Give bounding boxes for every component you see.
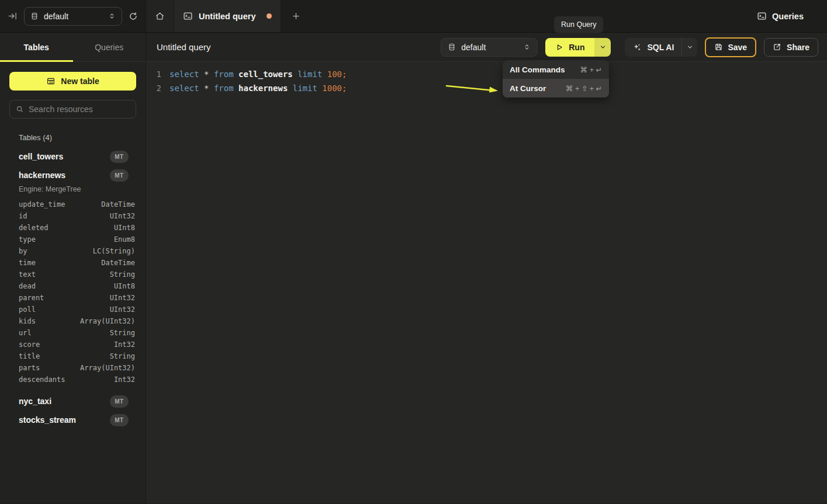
column-row: descendantsInt32 — [9, 374, 136, 385]
tab-strip: Untitled query — [146, 0, 310, 32]
search-box — [9, 100, 136, 119]
line-number: 1 — [146, 69, 161, 79]
menu-item-shortcut: ⌘ + ↵ — [580, 65, 602, 74]
home-icon — [155, 11, 165, 21]
column-type: DateTime — [101, 259, 135, 267]
query-toolbar: Untitled query default Run — [146, 33, 827, 61]
queries-panel-button[interactable]: Queries — [757, 0, 827, 32]
table-name: stocks_stream — [19, 415, 76, 425]
share-label: Share — [787, 43, 809, 52]
share-icon — [773, 43, 781, 51]
column-row: update_timeDateTime — [9, 199, 136, 210]
search-icon — [16, 105, 24, 113]
column-type: Int32 — [114, 376, 135, 384]
table-engine-badge: MT — [110, 151, 129, 163]
table-icon — [46, 77, 56, 86]
line-number: 2 — [146, 84, 161, 93]
menu-item-shortcut: ⌘ + ⇧ + ↵ — [566, 84, 602, 93]
run-button[interactable]: Run — [545, 38, 594, 57]
column-type: Array(UInt32) — [80, 364, 135, 372]
column-type: Int32 — [114, 340, 135, 349]
column-row: timeDateTime — [9, 257, 136, 269]
table-row[interactable]: cell_towersMT — [9, 147, 136, 166]
second-row: Tables Queries Untitled query default Ru… — [0, 33, 827, 62]
code-text: select * from hackernews limit 1000; — [169, 84, 347, 93]
toolbar-database-value: default — [461, 43, 486, 52]
sidebar-tab-queries[interactable]: Queries — [73, 33, 146, 61]
play-icon — [555, 43, 563, 51]
code-line: 1select * from cell_towers limit 100; — [146, 67, 827, 81]
tables-list: cell_towersMThackernewsMTEngine: MergeTr… — [9, 147, 136, 429]
content: New table Tables (4) cell_towersMThacker… — [0, 62, 827, 503]
column-row: partsArray(UInt32) — [9, 362, 136, 374]
menu-item-label: All Commands — [510, 65, 565, 74]
sql-ai-button[interactable]: SQL AI — [625, 38, 682, 57]
column-row: deletedUInt8 — [9, 222, 136, 234]
column-row: byLC(String) — [9, 245, 136, 257]
column-name: kids — [19, 317, 36, 325]
column-row: pollUInt32 — [9, 304, 136, 315]
menu-item-at-cursor[interactable]: At Cursor⌘ + ⇧ + ↵ — [503, 79, 609, 98]
new-table-button[interactable]: New table — [9, 72, 136, 91]
sql-ai-dropdown-button[interactable] — [682, 38, 697, 57]
refresh-icon — [129, 12, 138, 21]
chevron-down-icon — [687, 44, 693, 50]
run-label: Run — [569, 43, 584, 52]
collapse-sidebar-button[interactable] — [8, 11, 18, 21]
column-name: deleted — [19, 224, 49, 232]
table-name: hackernews — [19, 171, 65, 180]
table-engine-badge: MT — [110, 414, 129, 426]
column-type: UInt8 — [114, 224, 135, 232]
terminal-icon — [183, 11, 193, 21]
column-type: String — [110, 352, 135, 360]
code-token: * — [204, 84, 214, 93]
column-type: LC(String) — [93, 247, 135, 255]
refresh-button[interactable] — [129, 12, 138, 21]
tab-home[interactable] — [146, 0, 174, 32]
topbar-left: default — [0, 0, 146, 32]
tab-title: Untitled query — [199, 12, 255, 21]
column-type: UInt32 — [110, 212, 135, 220]
column-type: Array(UInt32) — [80, 317, 135, 325]
table-row[interactable]: stocks_streamMT — [9, 411, 136, 429]
column-row: kidsArray(UInt32) — [9, 315, 136, 327]
search-input[interactable] — [29, 105, 130, 114]
table-name: nyc_taxi — [19, 397, 51, 406]
toolbar-database-select[interactable]: default — [441, 38, 538, 57]
column-name: time — [19, 259, 36, 267]
column-name: update_time — [19, 200, 65, 208]
save-label: Save — [728, 43, 747, 52]
sidebar-tab-tables[interactable]: Tables — [0, 33, 73, 61]
column-row: scoreInt32 — [9, 339, 136, 350]
save-button[interactable]: Save — [705, 37, 756, 57]
table-row[interactable]: hackernewsMT — [9, 166, 136, 185]
menu-item-label: At Cursor — [510, 84, 546, 93]
column-name: poll — [19, 305, 36, 314]
code-token: * — [204, 69, 214, 79]
tab-untitled-query[interactable]: Untitled query — [174, 0, 281, 32]
column-row: idUInt32 — [9, 210, 136, 222]
chevrons-updown-icon — [108, 12, 116, 20]
code-text: select * from cell_towers limit 100; — [169, 69, 347, 79]
run-query-tooltip: Run Query — [554, 16, 603, 33]
code-token: select — [169, 69, 204, 79]
column-type: UInt32 — [110, 305, 135, 314]
share-button[interactable]: Share — [764, 38, 818, 57]
table-engine-badge: MT — [110, 395, 129, 408]
column-type: UInt8 — [114, 282, 135, 290]
table-row[interactable]: nyc_taxiMT — [9, 392, 136, 411]
table-columns: update_timeDateTimeidUInt32deletedUInt8t… — [9, 199, 136, 385]
column-name: parent — [19, 294, 44, 302]
column-type: Enum8 — [114, 235, 135, 244]
column-type: String — [110, 329, 135, 337]
menu-item-all-commands[interactable]: All Commands⌘ + ↵ — [503, 60, 609, 79]
sql-editor[interactable]: 1select * from cell_towers limit 100;2se… — [146, 62, 827, 503]
run-dropdown-button[interactable] — [594, 38, 611, 57]
column-name: parts — [19, 364, 40, 372]
new-tab-button[interactable] — [281, 0, 310, 32]
topbar-database-value: default — [44, 12, 68, 21]
topbar-database-select[interactable]: default — [24, 7, 122, 26]
code-token: 100 — [327, 69, 342, 79]
column-name: score — [19, 340, 40, 349]
code-token: from — [214, 69, 238, 79]
